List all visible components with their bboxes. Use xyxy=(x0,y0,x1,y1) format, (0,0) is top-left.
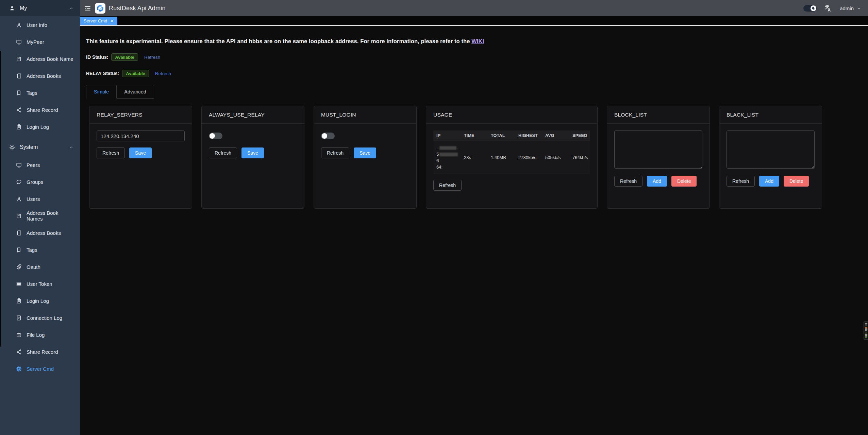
col-total: TOTAL xyxy=(488,133,515,138)
minimap-bar xyxy=(865,334,867,335)
relay-servers-refresh-button[interactable]: Refresh xyxy=(97,147,125,158)
sidebar-item-label: Login Log xyxy=(27,298,49,304)
sidebar-item-file-log[interactable]: File Log xyxy=(0,326,80,343)
config-cards: RELAY_SERVERS Refresh Save ALWAYS_USE_RE… xyxy=(89,106,868,209)
minimap-bar xyxy=(865,326,867,326)
relay-status-badge: Available xyxy=(122,70,149,77)
sidebar-item-address-books[interactable]: Address Books xyxy=(0,67,80,84)
hamburger-menu-icon[interactable] xyxy=(84,5,91,12)
sidebar-item-server-cmd[interactable]: Server Cmd xyxy=(0,360,80,377)
sidebar-item-tags[interactable]: Tags xyxy=(0,241,80,258)
minimap-bar xyxy=(865,335,867,336)
chevron-up-icon xyxy=(69,145,73,150)
tab-label: Server Cmd xyxy=(84,18,107,23)
always-use-relay-toggle[interactable] xyxy=(209,133,222,139)
sidebar-item-groups[interactable]: Groups xyxy=(0,173,80,190)
sidebar-item-address-book-names[interactable]: Address Book Names xyxy=(0,207,80,224)
black-list-add-button[interactable]: Add xyxy=(759,176,779,187)
card-title: MUST_LOGIN xyxy=(314,106,416,124)
must-login-toggle[interactable] xyxy=(321,133,335,139)
minimap-bar xyxy=(865,337,867,338)
minimap-bar xyxy=(865,332,867,332)
tab-advanced[interactable]: Advanced xyxy=(117,85,154,99)
col-speed: SPEED xyxy=(569,133,590,138)
block-list-add-button[interactable]: Add xyxy=(647,176,667,187)
user-menu[interactable]: admin xyxy=(840,5,861,11)
sidebar-item-address-books[interactable]: Address Books xyxy=(0,224,80,241)
gear-filled-icon xyxy=(16,366,22,372)
dark-mode-toggle[interactable] xyxy=(803,5,817,12)
minimap-bar xyxy=(865,325,867,325)
card-block-list: BLOCK_LIST Refresh Add Delete xyxy=(607,106,710,209)
sidebar-section-system[interactable]: System xyxy=(0,138,80,156)
tab-simple[interactable]: Simple xyxy=(86,85,117,99)
sidebar-item-oauth[interactable]: Oauth xyxy=(0,258,80,275)
relay-servers-save-button[interactable]: Save xyxy=(129,147,152,158)
tab-close-icon[interactable] xyxy=(110,19,114,23)
sidebar-item-tags[interactable]: Tags xyxy=(0,84,80,101)
rustdesk-admin-app: MyUser InfoMyPeerAddress Book NameAddres… xyxy=(0,0,868,435)
sidebar-item-share-record[interactable]: Share Record xyxy=(0,343,80,360)
usage-table-row: ::. 56 64: 23s 1.40MB 2780kb/s 505kb/s 7… xyxy=(433,141,590,174)
sidebar-item-peers[interactable]: Peers xyxy=(0,156,80,173)
book-icon xyxy=(16,56,22,62)
view-tabs: Simple Advanced xyxy=(86,85,154,99)
sidebar-item-label: Tags xyxy=(27,90,37,96)
tab-server-cmd[interactable]: Server Cmd xyxy=(80,17,117,25)
sidebar-item-user-token[interactable]: User Token xyxy=(0,275,80,292)
clipboard-icon xyxy=(16,124,22,130)
notebook-icon xyxy=(16,73,22,79)
must-login-save-button[interactable]: Save xyxy=(354,147,376,158)
sidebar: MyUser InfoMyPeerAddress Book NameAddres… xyxy=(0,0,80,435)
always-use-relay-refresh-button[interactable]: Refresh xyxy=(209,147,237,158)
top-bar: RustDesk Api Admin admin xyxy=(80,0,868,16)
card-always-use-relay: ALWAYS_USE_RELAY Refresh Save xyxy=(201,106,304,209)
bookmark-icon xyxy=(16,247,22,253)
sidebar-item-label: Address Books xyxy=(27,230,61,236)
always-use-relay-save-button[interactable]: Save xyxy=(241,147,264,158)
document-icon xyxy=(16,315,22,321)
minimap-bar xyxy=(865,336,867,337)
block-list-delete-button[interactable]: Delete xyxy=(671,176,697,187)
col-highest: HIGHEST xyxy=(515,133,542,138)
notice-text: This feature is experimental. Please ens… xyxy=(86,38,471,44)
card-title: BLACK_LIST xyxy=(719,106,822,124)
cell-total: 1.40MB xyxy=(488,155,515,160)
user-icon xyxy=(16,196,22,202)
sidebar-item-label: MyPeer xyxy=(27,39,44,45)
card-usage: USAGE IP TIME TOTAL HIGHEST AVG SPEED xyxy=(426,106,598,209)
sidebar-section-my[interactable]: My xyxy=(0,0,80,16)
relay-servers-input[interactable] xyxy=(97,130,185,141)
user-filled-icon xyxy=(9,5,15,11)
sidebar-item-label: Peers xyxy=(27,162,40,168)
card-black-list: BLACK_LIST Refresh Add Delete xyxy=(719,106,822,209)
minimap-widget[interactable] xyxy=(864,321,868,340)
minimap-bar xyxy=(865,329,867,330)
main-content: This feature is experimental. Please ens… xyxy=(80,27,868,435)
black-list-refresh-button[interactable]: Refresh xyxy=(727,176,755,187)
sidebar-item-address-book-name[interactable]: Address Book Name xyxy=(0,50,80,67)
must-login-refresh-button[interactable]: Refresh xyxy=(321,147,349,158)
chat-icon xyxy=(16,179,22,185)
usage-refresh-button[interactable]: Refresh xyxy=(433,180,462,191)
cell-time: 23s xyxy=(461,155,488,160)
sidebar-item-user-info[interactable]: User Info xyxy=(0,16,80,33)
ticket-icon xyxy=(16,281,22,287)
sidebar-item-mypeer[interactable]: MyPeer xyxy=(0,33,80,50)
black-list-textarea[interactable] xyxy=(727,130,815,169)
sidebar-item-connection-log[interactable]: Connection Log xyxy=(0,309,80,326)
block-list-refresh-button[interactable]: Refresh xyxy=(614,176,642,187)
sidebar-item-login-log[interactable]: Login Log xyxy=(0,292,80,309)
translate-icon[interactable] xyxy=(824,4,832,12)
sidebar-item-share-record[interactable]: Share Record xyxy=(0,101,80,118)
moon-icon xyxy=(811,5,816,11)
id-status-refresh-link[interactable]: Refresh xyxy=(144,55,160,60)
relay-status-refresh-link[interactable]: Refresh xyxy=(155,71,171,76)
wiki-link[interactable]: WIKI xyxy=(471,38,484,44)
sidebar-item-users[interactable]: Users xyxy=(0,190,80,207)
block-list-textarea[interactable] xyxy=(614,130,702,169)
black-list-delete-button[interactable]: Delete xyxy=(784,176,809,187)
sidebar-item-label: Address Book Name xyxy=(27,56,73,62)
sidebar-item-login-log[interactable]: Login Log xyxy=(0,118,80,135)
cell-ip: ::. 56 64: xyxy=(433,144,461,170)
